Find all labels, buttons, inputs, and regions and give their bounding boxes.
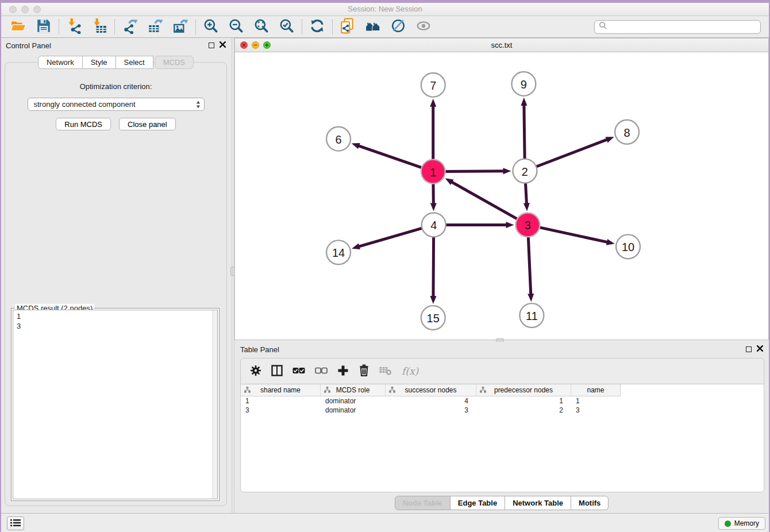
close-panel-icon[interactable] <box>220 41 226 49</box>
open-session-button[interactable] <box>6 18 31 36</box>
graph-edge-arrow <box>352 243 360 249</box>
delete-table-button[interactable] <box>379 366 392 377</box>
table-cell[interactable]: 3 <box>571 406 620 414</box>
table-cell[interactable]: 3 <box>386 406 476 414</box>
toolbar-separator <box>59 20 59 34</box>
title-bar: Session: New Session <box>0 0 770 16</box>
show-column-panel-button[interactable] <box>271 365 283 378</box>
network-canvas[interactable]: 7968124314101511 <box>235 52 768 340</box>
column-header-name[interactable]: name <box>571 384 620 396</box>
float-panel-icon[interactable] <box>209 43 214 48</box>
table-cell[interactable]: 1 <box>476 397 571 405</box>
graph-node[interactable]: 11 <box>519 303 544 327</box>
table-cell[interactable]: 1 <box>571 397 620 405</box>
graph-node[interactable]: 2 <box>513 159 537 183</box>
graph-edge[interactable] <box>358 228 423 247</box>
save-session-button[interactable] <box>31 18 56 36</box>
select-all-button[interactable] <box>292 367 305 376</box>
deselect-all-button[interactable] <box>315 367 328 376</box>
zoom-selected-button[interactable] <box>274 18 299 36</box>
tab-style[interactable]: Style <box>83 56 116 69</box>
clone-network-button[interactable] <box>335 18 360 36</box>
search-box[interactable] <box>594 20 761 34</box>
table-settings-button[interactable] <box>250 365 261 378</box>
column-header-predecessor-nodes[interactable]: predecessor nodes <box>476 384 571 396</box>
search-input[interactable] <box>610 23 756 31</box>
column-header-successor-nodes[interactable]: successor nodes <box>386 384 476 396</box>
graph-node[interactable]: 1 <box>421 160 445 184</box>
zoom-in-button[interactable] <box>198 18 224 36</box>
result-scrollbar[interactable] <box>212 310 217 499</box>
run-mcds-button[interactable]: Run MCDS <box>56 118 111 130</box>
optimization-criterion-label: Optimization criterion: <box>5 82 226 91</box>
task-history-button[interactable] <box>7 516 24 530</box>
graph-node[interactable]: 6 <box>326 127 351 151</box>
float-panel-icon[interactable] <box>746 346 752 352</box>
graph-edge-arrow <box>352 143 360 149</box>
toggle-graphics-details-button[interactable] <box>386 18 411 36</box>
memory-button[interactable]: Memory <box>718 517 765 530</box>
graph-node[interactable]: 4 <box>422 213 446 237</box>
graph-node[interactable]: 3 <box>515 213 540 237</box>
tab-network-table[interactable]: Network Table <box>505 496 571 510</box>
zoom-fit-button[interactable] <box>249 18 274 36</box>
refresh-view-button[interactable] <box>305 18 330 36</box>
control-panel-header: Control Panel <box>0 38 232 53</box>
export-table-button[interactable] <box>143 18 168 36</box>
table-cell[interactable]: 4 <box>386 397 476 405</box>
optimization-criterion-select[interactable]: strongly connected component <box>28 98 205 111</box>
graph-edge[interactable] <box>539 228 609 242</box>
table-cell[interactable]: dominator <box>321 397 386 405</box>
trash-icon <box>359 364 369 378</box>
graph-node[interactable]: 9 <box>511 72 536 96</box>
column-header-shared-name[interactable]: shared name <box>241 384 321 396</box>
tab-network[interactable]: Network <box>38 56 83 69</box>
function-builder-button[interactable]: f(x) <box>402 365 418 377</box>
node-table-container: f(x) shared name MCDS role successor nod… <box>240 358 764 492</box>
tab-mcds[interactable]: MCDS <box>155 56 194 69</box>
graph-node[interactable]: 14 <box>326 240 351 264</box>
status-bar: Memory <box>0 513 770 532</box>
column-header-mcds-role[interactable]: MCDS role <box>321 384 386 396</box>
close-panel-button[interactable]: Close panel <box>119 118 176 130</box>
export-image-button[interactable] <box>168 18 193 36</box>
graph-edge[interactable] <box>433 236 434 298</box>
graph-edge[interactable] <box>445 171 505 172</box>
zoom-fit-icon <box>253 18 270 36</box>
graph-edge-arrow <box>430 203 437 211</box>
tab-motifs[interactable]: Motifs <box>571 496 609 510</box>
tab-select[interactable]: Select <box>116 56 153 69</box>
window-border-left <box>0 0 1 532</box>
unchecked-boxes-icon <box>315 367 328 376</box>
mcds-result-text[interactable]: 1 3 <box>13 310 218 499</box>
import-table-button[interactable] <box>87 18 112 36</box>
tab-edge-table[interactable]: Edge Table <box>451 496 505 510</box>
add-column-button[interactable] <box>337 365 349 378</box>
graph-node[interactable]: 8 <box>615 120 639 144</box>
graph-edge[interactable] <box>524 104 525 160</box>
graph-node[interactable]: 7 <box>421 73 445 97</box>
import-network-button[interactable] <box>61 18 87 36</box>
close-panel-icon[interactable] <box>757 345 763 353</box>
table-cell[interactable]: 3 <box>241 406 321 414</box>
first-neighbors-button[interactable] <box>360 18 386 36</box>
tab-node-table[interactable]: Node Table <box>395 496 451 510</box>
table-row[interactable]: 1dominator411 <box>241 396 764 406</box>
mcds-result-fieldset: MCDS result (2 nodes) 1 3 <box>11 308 220 501</box>
toolbar-separator <box>302 20 302 34</box>
graph-edge[interactable] <box>525 183 526 205</box>
zoom-out-button[interactable] <box>224 18 249 36</box>
table-cell[interactable]: 1 <box>241 397 321 405</box>
show-hide-button[interactable] <box>411 18 436 36</box>
graph-node[interactable]: 15 <box>421 306 445 330</box>
table-row[interactable]: 3dominator323 <box>241 406 764 415</box>
table-cell[interactable]: 2 <box>476 406 571 414</box>
table-cell[interactable]: dominator <box>321 406 386 414</box>
graph-edge[interactable] <box>528 236 531 295</box>
graph-edge[interactable] <box>536 139 608 167</box>
export-network-button[interactable] <box>117 18 143 36</box>
graph-node[interactable]: 10 <box>616 234 640 259</box>
delete-column-button[interactable] <box>359 364 369 378</box>
graph-edge[interactable] <box>357 145 422 168</box>
graph-edge[interactable] <box>451 182 518 219</box>
